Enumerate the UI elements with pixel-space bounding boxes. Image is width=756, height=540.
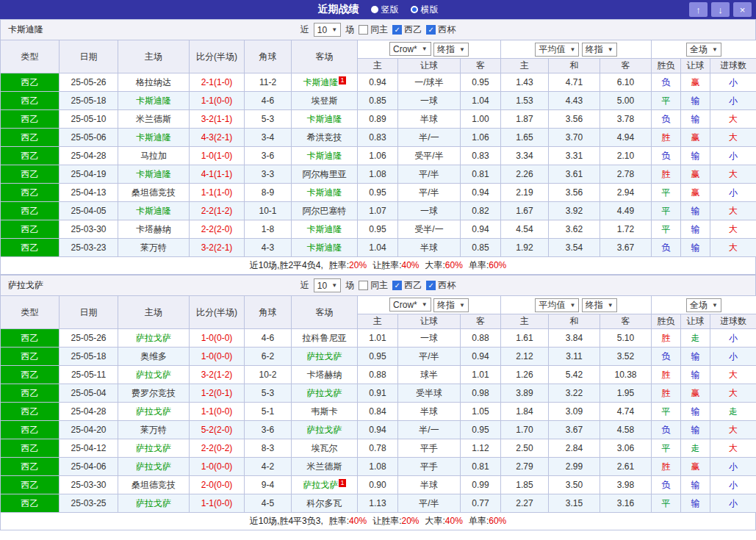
league-checkbox[interactable]: ✓西乙 — [392, 279, 422, 292]
col-date: 日期 — [60, 40, 118, 73]
avg-away-odds-cell: 3.06 — [600, 439, 652, 458]
avg-type-select[interactable]: 终指▼ — [582, 43, 617, 57]
handicap-result-cell: 输 — [681, 147, 710, 165]
match-count-select[interactable]: 10▼ — [314, 278, 341, 292]
league-cell: 西乙 — [1, 403, 60, 421]
score-cell: 4-1(1-1) — [190, 165, 245, 184]
avg-selects-cell: 平均值▼ 终指▼ — [501, 296, 652, 314]
close-button[interactable]: × — [733, 2, 752, 17]
away-team-cell: 韦斯卡 — [292, 403, 358, 421]
home-team-cell: 卡塔赫纳 — [118, 220, 190, 239]
date-cell: 25-04-20 — [60, 421, 118, 439]
date-cell: 25-05-26 — [60, 329, 118, 348]
cup-checkbox[interactable]: ✓西杯 — [426, 279, 456, 292]
corner-cell: 6-2 — [245, 348, 292, 366]
avg-away-odds-cell: 4.49 — [600, 202, 652, 220]
summary-stat: 大率:60% — [425, 260, 463, 270]
home-team-cell: 萨拉戈萨 — [118, 329, 190, 348]
scope-select-cell: 全场▼ — [652, 40, 756, 59]
team-text: 萨拉戈萨 — [136, 333, 171, 343]
corner-cell: 3-4 — [245, 129, 292, 147]
col-odds-away: 客 — [461, 59, 501, 73]
result-cell: 平 — [652, 220, 681, 239]
home-team-cell: 卡斯迪隆 — [118, 165, 190, 184]
handicap-result-cell: 输 — [681, 202, 710, 220]
handicap-result-cell: 输 — [681, 476, 710, 494]
match-row: 西乙25-05-18卡斯迪隆1-1(0-0)4-6埃登斯0.85一球1.041.… — [1, 92, 756, 110]
away-team-cell: 卡斯迪隆 — [292, 147, 358, 165]
scope-select[interactable]: 全场▼ — [686, 43, 721, 57]
team-text: 韦斯卡 — [312, 406, 338, 417]
checkbox-icon — [359, 25, 368, 35]
handicap-cell: 半/一 — [398, 129, 461, 147]
same-home-checkbox[interactable]: 同主 — [359, 24, 388, 36]
team-text: 阿尔梅里亚 — [303, 169, 347, 179]
avg-away-odds-cell: 4.74 — [600, 403, 652, 421]
down-arrow-icon: ↓ — [718, 4, 723, 15]
goals-result-cell: 小 — [710, 476, 756, 494]
avg-away-odds-cell: 3.98 — [600, 476, 652, 494]
avg-home-odds-cell: 1.53 — [501, 92, 549, 110]
result-cell: 负 — [652, 147, 681, 165]
league-checkbox[interactable]: ✓西乙 — [392, 24, 422, 36]
match-row: 西乙25-03-30桑坦德竞技2-0(0-0)9-4萨拉戈萨10.90半球0.9… — [1, 476, 756, 494]
corner-cell: 3-3 — [245, 165, 292, 184]
odds-company-select[interactable]: Crow*▼ — [389, 298, 431, 312]
league-cell: 西乙 — [1, 202, 60, 220]
team-text: 桑坦德竞技 — [132, 187, 176, 198]
odds-type-select[interactable]: 终指▼ — [433, 298, 469, 312]
match-count-select[interactable]: 10▼ — [314, 23, 341, 37]
away-team-cell: 埃瓦尔 — [292, 439, 358, 458]
handicap-result-cell: 输 — [681, 494, 710, 513]
league-cell: 西乙 — [1, 494, 60, 513]
result-cell: 负 — [652, 421, 681, 439]
team-text: 卡斯迪隆 — [136, 206, 171, 216]
filter-bar: 近 10▼ 场 同主 ✓西乙 ✓西杯 — [300, 23, 456, 37]
avg-away-odds-cell: 3.67 — [600, 239, 652, 257]
same-home-checkbox[interactable]: 同主 — [359, 279, 388, 292]
move-up-button[interactable]: ↑ — [689, 2, 708, 17]
move-down-button[interactable]: ↓ — [711, 2, 730, 17]
col-result: 胜负 — [652, 59, 681, 73]
home-odds-cell: 0.89 — [358, 110, 398, 129]
radio-vertical-layout[interactable]: 竖版 — [371, 4, 399, 16]
handicap-result-cell: 输 — [681, 403, 710, 421]
home-odds-cell: 1.01 — [358, 329, 398, 348]
date-cell: 25-05-18 — [60, 92, 118, 110]
col-away: 客场 — [292, 40, 358, 73]
col-result: 胜负 — [652, 314, 681, 329]
avg-draw-odds-cell: 5.42 — [549, 366, 600, 384]
date-cell: 25-05-11 — [60, 366, 118, 384]
handicap-result-cell: 输 — [681, 110, 710, 129]
avg-select[interactable]: 平均值▼ — [535, 43, 579, 57]
avg-home-odds-cell: 1.84 — [501, 403, 549, 421]
col-avg-away: 客 — [600, 59, 652, 73]
odds-type-select[interactable]: 终指▼ — [433, 43, 469, 57]
col-date: 日期 — [60, 296, 118, 329]
away-odds-cell: 0.81 — [461, 165, 501, 184]
cup-checkbox[interactable]: ✓西杯 — [426, 24, 456, 36]
team-text: 莱万特 — [140, 425, 167, 435]
avg-select[interactable]: 平均值▼ — [535, 298, 579, 312]
away-odds-cell: 1.12 — [461, 439, 501, 458]
away-odds-cell: 1.04 — [461, 92, 501, 110]
scope-select[interactable]: 全场▼ — [686, 298, 721, 312]
date-cell: 25-04-28 — [60, 147, 118, 165]
odds-company-select[interactable]: Crow*▼ — [389, 42, 431, 56]
avg-home-odds-cell: 2.50 — [501, 439, 549, 458]
handicap-result-cell: 输 — [681, 366, 710, 384]
avg-draw-odds-cell: 3.15 — [549, 494, 600, 513]
corner-cell: 4-6 — [245, 329, 292, 348]
date-cell: 25-05-04 — [60, 384, 118, 403]
result-cell: 负 — [652, 348, 681, 366]
team-text: 希洪竞技 — [307, 132, 342, 143]
away-team-cell: 卡斯迪隆 — [292, 220, 358, 239]
avg-type-select[interactable]: 终指▼ — [582, 298, 617, 312]
team-text: 萨拉戈萨 — [307, 425, 342, 435]
handicap-cell: 平手 — [398, 439, 461, 458]
col-avg-home: 主 — [501, 314, 549, 329]
radio-horizontal-layout[interactable]: 横版 — [411, 4, 439, 16]
match-row: 西乙25-03-23莱万特3-2(2-1)4-3卡斯迪隆1.04半球0.851.… — [1, 239, 756, 257]
away-odds-cell: 0.95 — [461, 421, 501, 439]
team-text: 卡斯迪隆 — [307, 187, 342, 198]
